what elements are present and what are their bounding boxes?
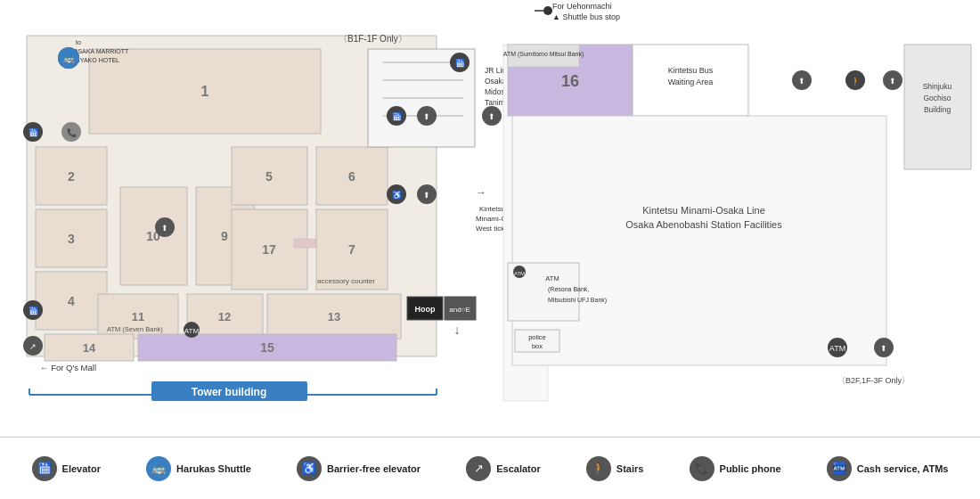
zone-3: 3 bbox=[68, 232, 75, 246]
escalator-icon-3: ⬆ bbox=[423, 112, 430, 121]
shuttle-bus-stop-label: ▲ Shuttle bus stop bbox=[552, 12, 620, 21]
escalator-icon-1: ⬆ bbox=[161, 224, 168, 233]
shinjuku-gochiso-label2: Gochiso bbox=[923, 94, 951, 102]
zone-15: 15 bbox=[260, 340, 274, 355]
kintetsu-minami-label1: Kintetsu Minami-Osaka Line bbox=[642, 205, 765, 216]
legend-stairs-label: Stairs bbox=[617, 463, 644, 474]
map-container: For Uehonmachi ▲ Shuttle bus stop 1 2 3 … bbox=[0, 0, 980, 437]
legend-escalator-label: Escalator bbox=[496, 463, 541, 474]
escalator-icon-8: ⬆ bbox=[880, 344, 887, 353]
arrow-right-kintetsu: → bbox=[476, 186, 486, 199]
zone-2: 2 bbox=[68, 169, 75, 184]
legend-barrier-free-label: Barrier-free elevator bbox=[327, 463, 421, 474]
floor-map-svg: For Uehonmachi ▲ Shuttle bus stop 1 2 3 … bbox=[0, 0, 980, 437]
zone-6: 6 bbox=[348, 169, 355, 184]
escalator-icon-6: ⬆ bbox=[798, 77, 805, 86]
atm-resona-label2: (Resona Bank, bbox=[548, 286, 589, 293]
kintetsu-bus-label1: Kintetsu Bus bbox=[668, 66, 714, 75]
legend-cash-service-icon: 🏧 bbox=[827, 456, 852, 481]
stairs-icon-1: 🚶 bbox=[851, 76, 862, 86]
legend-elevator-icon: 🛗 bbox=[32, 456, 57, 481]
legend-elevator-label: Elevator bbox=[62, 463, 101, 474]
police-box-label1: police bbox=[528, 333, 546, 341]
atm-seven-bank-label: ATM (Seven Bank) bbox=[107, 325, 163, 333]
svg-point-1 bbox=[543, 6, 552, 15]
legend-escalator-icon: ↗ bbox=[466, 456, 491, 481]
osaka-marriott-label1: to bbox=[76, 39, 81, 45]
svg-rect-32 bbox=[512, 116, 886, 365]
zone-7: 7 bbox=[348, 242, 355, 257]
zone-14: 14 bbox=[83, 341, 96, 355]
legend-barrier-free-icon: ♿ bbox=[297, 456, 322, 481]
legend-shuttle: 🚌 Harukas Shuttle bbox=[146, 456, 251, 481]
kintetsu-minami-label2: Osaka Abenobashi Station Facilities bbox=[625, 219, 782, 230]
escalator-icon-4: ⬆ bbox=[488, 112, 495, 121]
for-qs-mall-label: ← For Q's Mall bbox=[40, 363, 96, 372]
barrier-free-icon-1: ♿ bbox=[392, 190, 403, 200]
zone-16: 16 bbox=[561, 72, 579, 90]
legend-barrier-free: ♿ Barrier-free elevator bbox=[297, 456, 421, 481]
legend-public-phone: 📞 Public phone bbox=[690, 456, 781, 481]
atm-resona-label3: Mitsubishi UFJ Bank) bbox=[548, 297, 607, 304]
atm-resona-icon: ATM bbox=[514, 271, 525, 276]
legend-public-phone-icon: 📞 bbox=[690, 456, 715, 481]
kintetsu-west-label1: Kintetsu bbox=[479, 205, 505, 213]
b2f-label: 〈B2F,1F-3F Only〉 bbox=[837, 376, 910, 385]
shinjuku-gochiso-label1: Shinjuku bbox=[923, 82, 952, 91]
arrow-down: ↓ bbox=[454, 323, 461, 337]
tower-building-label: Tower building bbox=[192, 386, 266, 398]
zone-12: 12 bbox=[218, 310, 231, 323]
atm-sumitomo-label: ATM (Sumitomo Mitsui Bank) bbox=[503, 51, 584, 58]
legend-stairs-icon: 🚶 bbox=[586, 456, 611, 481]
phone-icon-1: 📞 bbox=[67, 127, 78, 138]
atm-resona-label1: ATM bbox=[545, 274, 559, 282]
escalator-icon-5: ⬆ bbox=[423, 191, 430, 200]
shinjuku-gochiso-label3: Building bbox=[924, 105, 951, 114]
elevator-icon-5: 🛗 bbox=[455, 58, 466, 69]
legend-stairs: 🚶 Stairs bbox=[586, 456, 644, 481]
police-box-label2: box bbox=[532, 342, 543, 350]
zone-5: 5 bbox=[265, 169, 273, 184]
svg-rect-14 bbox=[294, 239, 316, 248]
for-uehonmachi-label: For Uehonmachi bbox=[552, 2, 612, 11]
atm-icon-right: ATM bbox=[829, 344, 845, 353]
osaka-marriott-label3: MIYAKO HOTEL bbox=[73, 57, 119, 63]
legend-shuttle-icon: 🚌 bbox=[146, 456, 171, 481]
legend-public-phone-label: Public phone bbox=[720, 463, 781, 474]
accessory-counter-label: accessory counter bbox=[317, 277, 375, 285]
zone-13: 13 bbox=[328, 310, 340, 323]
escalator-icon-2: ↗ bbox=[29, 342, 37, 351]
osaka-marriott-label2: OSAKA MARRIOTT bbox=[73, 48, 129, 54]
zone-4: 4 bbox=[68, 294, 75, 308]
elevator-icon-2: 🛗 bbox=[29, 127, 39, 138]
hoop-label: Hoop bbox=[415, 305, 436, 314]
legend-elevator: 🛗 Elevator bbox=[32, 456, 101, 481]
atm-seven-icon: ATM bbox=[184, 327, 200, 335]
legend-escalator: ↗ Escalator bbox=[466, 456, 541, 481]
zone-11: 11 bbox=[132, 310, 144, 323]
shuttle-icon-1: 🚌 bbox=[63, 53, 75, 64]
escalator-icon-7: ⬆ bbox=[889, 77, 896, 86]
legend-cash-service-label: Cash service, ATMs bbox=[857, 463, 949, 474]
legend-bar: 🛗 Elevator 🚌 Harukas Shuttle ♿ Barrier-f… bbox=[0, 437, 980, 499]
ando-label: and○E bbox=[449, 306, 470, 314]
elevator-icon-4: 🛗 bbox=[392, 111, 403, 122]
zone-9: 9 bbox=[221, 229, 228, 243]
zone-17: 17 bbox=[262, 242, 276, 257]
zone-1: 1 bbox=[201, 84, 209, 99]
kintetsu-bus-label2: Waiting Area bbox=[668, 78, 714, 86]
elevator-icon-3: 🛗 bbox=[29, 306, 39, 316]
legend-cash-service: 🏧 Cash service, ATMs bbox=[827, 456, 949, 481]
b1f-1f-only-label: 〈B1F-1F Only〉 bbox=[339, 34, 407, 44]
legend-shuttle-label: Harukas Shuttle bbox=[176, 463, 251, 474]
